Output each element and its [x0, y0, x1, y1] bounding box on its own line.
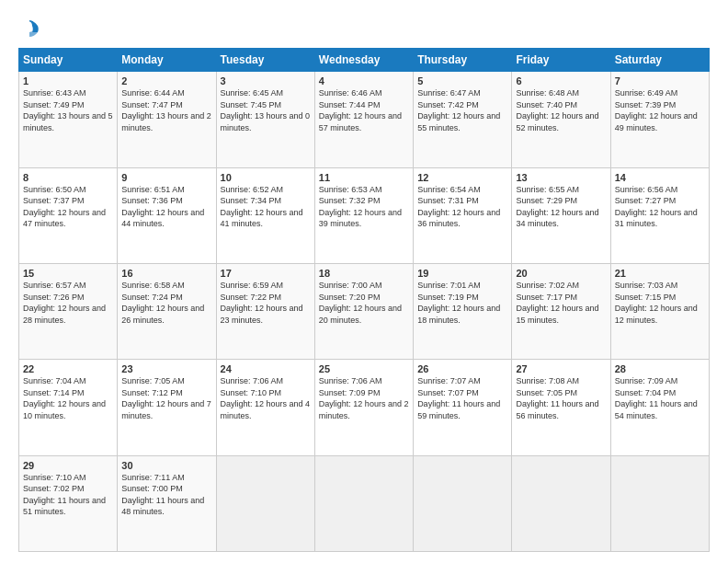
- day-info: Sunrise: 7:02 AMSunset: 7:17 PMDaylight:…: [516, 281, 598, 325]
- day-cell: 11 Sunrise: 6:53 AMSunset: 7:32 PMDaylig…: [314, 167, 413, 263]
- day-cell: 30 Sunrise: 7:11 AMSunset: 7:00 PMDaylig…: [118, 455, 216, 551]
- day-number: 23: [121, 363, 211, 374]
- day-number: 6: [516, 75, 606, 86]
- week-row-5: 29 Sunrise: 7:10 AMSunset: 7:02 PMDaylig…: [19, 455, 710, 551]
- page: SundayMondayTuesdayWednesdayThursdayFrid…: [0, 0, 728, 563]
- day-number: 27: [516, 363, 606, 374]
- weekday-header-row: SundayMondayTuesdayWednesdayThursdayFrid…: [19, 49, 710, 72]
- day-cell: 1 Sunrise: 6:43 AMSunset: 7:49 PMDayligh…: [19, 72, 118, 167]
- day-cell: 5 Sunrise: 6:47 AMSunset: 7:42 PMDayligh…: [414, 72, 512, 167]
- day-info: Sunrise: 7:06 AMSunset: 7:10 PMDaylight:…: [221, 376, 311, 420]
- day-info: Sunrise: 6:51 AMSunset: 7:36 PMDaylight:…: [121, 185, 204, 229]
- day-cell: 12 Sunrise: 6:54 AMSunset: 7:31 PMDaylig…: [414, 167, 512, 263]
- day-cell: 23 Sunrise: 7:05 AMSunset: 7:12 PMDaylig…: [118, 360, 216, 455]
- day-cell: 14 Sunrise: 6:56 AMSunset: 7:27 PMDaylig…: [610, 167, 709, 263]
- weekday-tuesday: Tuesday: [216, 49, 314, 72]
- week-row-1: 1 Sunrise: 6:43 AMSunset: 7:49 PMDayligh…: [19, 72, 710, 167]
- day-cell: 6 Sunrise: 6:48 AMSunset: 7:40 PMDayligh…: [512, 72, 610, 167]
- day-cell: 10 Sunrise: 6:52 AMSunset: 7:34 PMDaylig…: [216, 167, 314, 263]
- logo-text: [18, 18, 40, 39]
- day-number: 5: [417, 75, 507, 86]
- day-cell: 27 Sunrise: 7:08 AMSunset: 7:05 PMDaylig…: [512, 360, 610, 455]
- day-number: 14: [615, 172, 705, 183]
- day-info: Sunrise: 6:58 AMSunset: 7:24 PMDaylight:…: [121, 281, 204, 325]
- day-number: 15: [23, 268, 113, 279]
- week-row-4: 22 Sunrise: 7:04 AMSunset: 7:14 PMDaylig…: [19, 360, 710, 455]
- day-info: Sunrise: 7:07 AMSunset: 7:07 PMDaylight:…: [417, 376, 500, 420]
- day-number: 17: [221, 268, 311, 279]
- day-cell: 3 Sunrise: 6:45 AMSunset: 7:45 PMDayligh…: [216, 72, 314, 167]
- week-row-2: 8 Sunrise: 6:50 AMSunset: 7:37 PMDayligh…: [19, 167, 710, 263]
- day-cell: [512, 455, 610, 551]
- day-info: Sunrise: 7:01 AMSunset: 7:19 PMDaylight:…: [417, 281, 500, 325]
- day-number: 28: [615, 363, 705, 374]
- day-cell: 7 Sunrise: 6:49 AMSunset: 7:39 PMDayligh…: [610, 72, 709, 167]
- day-info: Sunrise: 7:10 AMSunset: 7:02 PMDaylight:…: [23, 473, 106, 517]
- day-info: Sunrise: 7:00 AMSunset: 7:20 PMDaylight:…: [319, 281, 402, 325]
- day-info: Sunrise: 6:55 AMSunset: 7:29 PMDaylight:…: [516, 185, 598, 229]
- day-number: 3: [221, 75, 311, 86]
- week-row-3: 15 Sunrise: 6:57 AMSunset: 7:26 PMDaylig…: [19, 263, 710, 359]
- day-cell: 25 Sunrise: 7:06 AMSunset: 7:09 PMDaylig…: [314, 360, 413, 455]
- weekday-friday: Friday: [512, 49, 610, 72]
- day-number: 25: [319, 363, 409, 374]
- day-info: Sunrise: 6:46 AMSunset: 7:44 PMDaylight:…: [319, 88, 402, 132]
- day-cell: 20 Sunrise: 7:02 AMSunset: 7:17 PMDaylig…: [512, 263, 610, 359]
- day-number: 30: [121, 460, 211, 471]
- header: [18, 15, 710, 39]
- day-info: Sunrise: 6:44 AMSunset: 7:47 PMDaylight:…: [121, 88, 211, 132]
- logo: [18, 18, 40, 39]
- weekday-saturday: Saturday: [610, 49, 709, 72]
- day-info: Sunrise: 7:08 AMSunset: 7:05 PMDaylight:…: [516, 376, 598, 420]
- day-cell: 24 Sunrise: 7:06 AMSunset: 7:10 PMDaylig…: [216, 360, 314, 455]
- day-info: Sunrise: 7:11 AMSunset: 7:00 PMDaylight:…: [121, 473, 204, 517]
- day-number: 13: [516, 172, 606, 183]
- day-number: 10: [221, 172, 311, 183]
- day-cell: 19 Sunrise: 7:01 AMSunset: 7:19 PMDaylig…: [414, 263, 512, 359]
- day-info: Sunrise: 7:05 AMSunset: 7:12 PMDaylight:…: [121, 376, 211, 420]
- day-info: Sunrise: 7:04 AMSunset: 7:14 PMDaylight:…: [23, 376, 106, 420]
- weekday-sunday: Sunday: [19, 49, 118, 72]
- day-cell: 28 Sunrise: 7:09 AMSunset: 7:04 PMDaylig…: [610, 360, 709, 455]
- day-number: 8: [23, 172, 113, 183]
- day-info: Sunrise: 6:48 AMSunset: 7:40 PMDaylight:…: [516, 88, 598, 132]
- calendar-table: SundayMondayTuesdayWednesdayThursdayFrid…: [18, 48, 710, 552]
- day-info: Sunrise: 6:53 AMSunset: 7:32 PMDaylight:…: [319, 185, 402, 229]
- weekday-wednesday: Wednesday: [314, 49, 413, 72]
- day-cell: 29 Sunrise: 7:10 AMSunset: 7:02 PMDaylig…: [19, 455, 118, 551]
- day-cell: 2 Sunrise: 6:44 AMSunset: 7:47 PMDayligh…: [118, 72, 216, 167]
- weekday-monday: Monday: [118, 49, 216, 72]
- day-info: Sunrise: 6:57 AMSunset: 7:26 PMDaylight:…: [23, 281, 106, 325]
- day-cell: 8 Sunrise: 6:50 AMSunset: 7:37 PMDayligh…: [19, 167, 118, 263]
- day-info: Sunrise: 7:03 AMSunset: 7:15 PMDaylight:…: [615, 281, 698, 325]
- day-info: Sunrise: 6:49 AMSunset: 7:39 PMDaylight:…: [615, 88, 698, 132]
- day-number: 16: [121, 268, 211, 279]
- day-cell: 21 Sunrise: 7:03 AMSunset: 7:15 PMDaylig…: [610, 263, 709, 359]
- day-cell: [216, 455, 314, 551]
- day-cell: [314, 455, 413, 551]
- day-cell: 17 Sunrise: 6:59 AMSunset: 7:22 PMDaylig…: [216, 263, 314, 359]
- day-number: 20: [516, 268, 606, 279]
- day-info: Sunrise: 6:56 AMSunset: 7:27 PMDaylight:…: [615, 185, 698, 229]
- day-number: 26: [417, 363, 507, 374]
- day-info: Sunrise: 6:50 AMSunset: 7:37 PMDaylight:…: [23, 185, 106, 229]
- day-info: Sunrise: 7:09 AMSunset: 7:04 PMDaylight:…: [615, 376, 698, 420]
- day-number: 29: [23, 460, 113, 471]
- day-info: Sunrise: 6:59 AMSunset: 7:22 PMDaylight:…: [221, 281, 303, 325]
- day-cell: [414, 455, 512, 551]
- day-number: 22: [23, 363, 113, 374]
- day-number: 21: [615, 268, 705, 279]
- day-info: Sunrise: 6:54 AMSunset: 7:31 PMDaylight:…: [417, 185, 500, 229]
- day-info: Sunrise: 7:06 AMSunset: 7:09 PMDaylight:…: [319, 376, 409, 420]
- day-info: Sunrise: 6:52 AMSunset: 7:34 PMDaylight:…: [221, 185, 303, 229]
- day-info: Sunrise: 6:43 AMSunset: 7:49 PMDaylight:…: [23, 88, 113, 132]
- day-cell: 18 Sunrise: 7:00 AMSunset: 7:20 PMDaylig…: [314, 263, 413, 359]
- day-cell: 4 Sunrise: 6:46 AMSunset: 7:44 PMDayligh…: [314, 72, 413, 167]
- day-number: 9: [121, 172, 211, 183]
- day-number: 7: [615, 75, 705, 86]
- day-number: 4: [319, 75, 409, 86]
- day-cell: 26 Sunrise: 7:07 AMSunset: 7:07 PMDaylig…: [414, 360, 512, 455]
- day-info: Sunrise: 6:47 AMSunset: 7:42 PMDaylight:…: [417, 88, 500, 132]
- day-info: Sunrise: 6:45 AMSunset: 7:45 PMDaylight:…: [221, 88, 311, 132]
- weekday-thursday: Thursday: [414, 49, 512, 72]
